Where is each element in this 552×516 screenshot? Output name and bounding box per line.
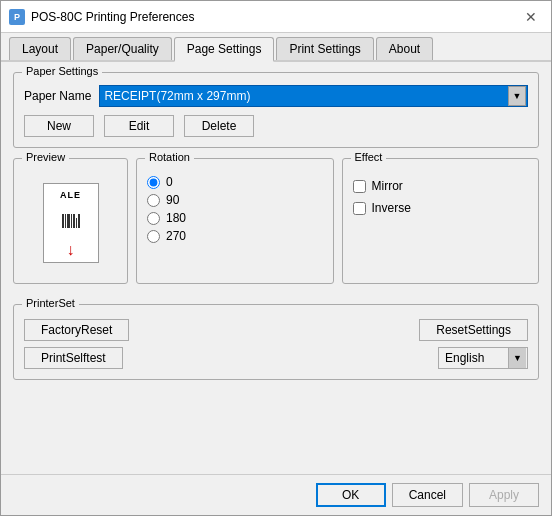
- paper-name-select-wrapper: RECEIPT(72mm x 297mm) ▼: [99, 85, 528, 107]
- mirror-checkbox[interactable]: [353, 180, 366, 193]
- barcode-bar: [71, 214, 72, 228]
- paper-settings-label: Paper Settings: [22, 65, 102, 77]
- inverse-item[interactable]: Inverse: [353, 201, 529, 215]
- barcode-bar: [78, 214, 80, 228]
- printer-set-label: PrinterSet: [22, 297, 79, 309]
- barcode-visual: [62, 214, 80, 228]
- reset-settings-button[interactable]: ResetSettings: [419, 319, 528, 341]
- printer-set-group: PrinterSet FactoryReset ResetSettings Pr…: [13, 304, 539, 380]
- close-button[interactable]: ✕: [519, 5, 543, 29]
- effect-label: Effect: [351, 151, 387, 163]
- rotation-180-label: 180: [166, 211, 186, 225]
- factory-reset-button[interactable]: FactoryReset: [24, 319, 129, 341]
- ok-button[interactable]: OK: [316, 483, 386, 507]
- paper-settings-group: Paper Settings Paper Name RECEIPT(72mm x…: [13, 72, 539, 148]
- title-bar-left: P POS-80C Printing Preferences: [9, 9, 194, 25]
- rotation-180-radio[interactable]: [147, 212, 160, 225]
- rotation-270-radio[interactable]: [147, 230, 160, 243]
- rotation-0-radio[interactable]: [147, 176, 160, 189]
- paper-name-label: Paper Name: [24, 89, 91, 103]
- footer: OK Cancel Apply: [1, 474, 551, 515]
- preview-content: ALE ↓: [24, 173, 117, 273]
- tab-paper-quality[interactable]: Paper/Quality: [73, 37, 172, 60]
- inverse-checkbox[interactable]: [353, 202, 366, 215]
- language-select-wrapper: English Chinese Japanese ▼: [438, 347, 528, 369]
- tab-print-settings[interactable]: Print Settings: [276, 37, 373, 60]
- paper-buttons-row: New Edit Delete: [24, 115, 528, 137]
- rotation-90-label: 90: [166, 193, 179, 207]
- content-area: Paper Settings Paper Name RECEIPT(72mm x…: [1, 62, 551, 474]
- rotation-label: Rotation: [145, 151, 194, 163]
- rotation-270-item[interactable]: 270: [147, 229, 323, 243]
- middle-row: Preview ALE ↓: [13, 158, 539, 294]
- delete-button[interactable]: Delete: [184, 115, 254, 137]
- barcode-bar: [65, 214, 66, 228]
- barcode-bar: [67, 214, 70, 228]
- rotation-group: Rotation 0 90 180: [136, 158, 334, 284]
- barcode-bar: [73, 214, 75, 228]
- tab-layout[interactable]: Layout: [9, 37, 71, 60]
- window-title: POS-80C Printing Preferences: [31, 10, 194, 24]
- down-arrow-icon: ↓: [67, 242, 75, 258]
- window-icon: P: [9, 9, 25, 25]
- effect-checkbox-group: Mirror Inverse: [353, 179, 529, 215]
- print-selftest-button[interactable]: PrintSelftest: [24, 347, 123, 369]
- title-bar: P POS-80C Printing Preferences ✕: [1, 1, 551, 33]
- barcode-bar: [76, 218, 77, 228]
- edit-button[interactable]: Edit: [104, 115, 174, 137]
- tab-page-settings[interactable]: Page Settings: [174, 37, 275, 62]
- rotation-radio-group: 0 90 180 270: [147, 175, 323, 243]
- language-select[interactable]: English Chinese Japanese: [438, 347, 528, 369]
- rotation-90-radio[interactable]: [147, 194, 160, 207]
- preview-group: Preview ALE ↓: [13, 158, 128, 284]
- rotation-0-label: 0: [166, 175, 173, 189]
- tab-bar: Layout Paper/Quality Page Settings Print…: [1, 33, 551, 62]
- rotation-0-item[interactable]: 0: [147, 175, 323, 189]
- inverse-label: Inverse: [372, 201, 411, 215]
- main-window: P POS-80C Printing Preferences ✕ Layout …: [0, 0, 552, 516]
- barcode-bar: [62, 214, 64, 228]
- printer-set-row1: FactoryReset ResetSettings: [24, 319, 528, 341]
- rotation-90-item[interactable]: 90: [147, 193, 323, 207]
- paper-name-row: Paper Name RECEIPT(72mm x 297mm) ▼: [24, 85, 528, 107]
- mirror-label: Mirror: [372, 179, 403, 193]
- printer-set-row2: PrintSelftest English Chinese Japanese ▼: [24, 347, 528, 369]
- mirror-item[interactable]: Mirror: [353, 179, 529, 193]
- apply-button[interactable]: Apply: [469, 483, 539, 507]
- cancel-button[interactable]: Cancel: [392, 483, 463, 507]
- new-button[interactable]: New: [24, 115, 94, 137]
- paper-preview-image: ALE ↓: [43, 183, 99, 263]
- effect-group: Effect Mirror Inverse: [342, 158, 540, 284]
- tab-about[interactable]: About: [376, 37, 433, 60]
- rotation-270-label: 270: [166, 229, 186, 243]
- preview-text: ALE: [60, 190, 81, 200]
- paper-name-select[interactable]: RECEIPT(72mm x 297mm): [99, 85, 528, 107]
- rotation-180-item[interactable]: 180: [147, 211, 323, 225]
- preview-label: Preview: [22, 151, 69, 163]
